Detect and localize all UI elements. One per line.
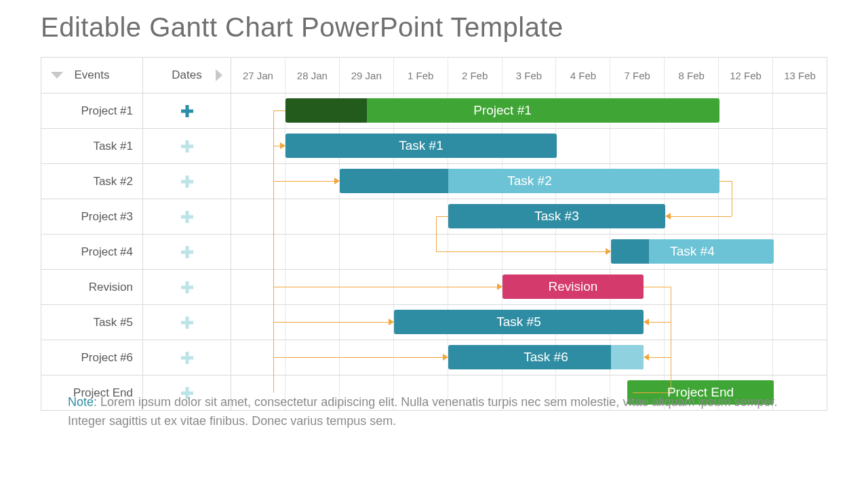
row-label: Project #1 [41,94,143,128]
task-bar[interactable]: Task #1 [285,134,557,158]
task-bar[interactable]: Revision [502,274,644,299]
row-label: Revision [41,270,143,304]
chevron-right-icon[interactable] [216,69,222,81]
row-label: Task #1 [41,129,143,163]
header-dates-label: Dates [172,68,201,82]
row-expand[interactable] [143,305,231,340]
task-bar-label: Task #4 [670,244,714,259]
task-bar-label: Task #6 [524,350,568,365]
task-bar[interactable]: Task #6 [448,345,644,369]
header-events[interactable]: Events [41,58,143,93]
date-col: 29 Jan [340,58,394,93]
task-bar-label: Task #2 [507,174,551,188]
chevron-down-icon[interactable] [51,72,63,79]
header-dates[interactable]: Dates [143,58,231,93]
date-col: 4 Feb [556,58,610,93]
note-text: Lorem ipsum dolor sit amet, consectetur … [68,395,777,428]
row-expand[interactable] [143,94,231,128]
timeline-header: 27 Jan28 Jan29 Jan1 Feb2 Feb3 Feb4 Feb7 … [231,58,827,93]
plus-icon[interactable] [181,317,193,329]
task-bar[interactable]: Task #4 [611,239,774,264]
task-bar[interactable]: Project #1 [285,98,719,123]
header-events-label: Events [75,68,110,82]
plus-icon[interactable] [181,176,193,188]
task-bar[interactable]: Task #2 [340,169,719,193]
task-bar-label: Project #1 [473,103,532,118]
date-col: 13 Feb [773,58,827,93]
date-col: 1 Feb [394,58,448,93]
date-col: 7 Feb [610,58,665,93]
plus-icon[interactable] [181,281,193,293]
date-col: 28 Jan [285,58,340,93]
gantt-row: Project #6 [41,340,827,375]
plus-icon[interactable] [181,246,193,258]
row-expand[interactable] [143,129,231,163]
gantt-header-row: Events Dates 27 Jan28 Jan29 Jan1 Feb2 Fe… [41,58,827,93]
date-col: 27 Jan [231,58,285,93]
row-expand[interactable] [143,340,231,375]
date-col: 12 Feb [719,58,773,93]
task-bar[interactable]: Task #5 [394,310,644,334]
row-expand[interactable] [143,164,231,199]
date-col: 8 Feb [665,58,719,93]
task-bar-label: Task #3 [534,209,578,224]
page-title: Editable Gantt Chart PowerPoint Template [41,12,564,43]
row-expand[interactable] [143,235,231,269]
date-col: 2 Feb [448,58,502,93]
row-label: Project #3 [41,199,143,234]
note-label: Note: [68,395,97,409]
task-bar-label: Project End [667,385,734,400]
plus-icon[interactable] [181,211,193,223]
plus-icon[interactable] [181,140,193,152]
row-expand[interactable] [143,199,231,234]
plus-icon[interactable] [181,352,193,364]
row-label: Task #2 [41,164,143,199]
task-bar-label: Revision [549,279,598,294]
row-label: Project #4 [41,235,143,269]
task-bar-label: Task #1 [399,138,443,153]
gantt-chart: Events Dates 27 Jan28 Jan29 Jan1 Feb2 Fe… [41,57,827,411]
row-expand[interactable] [143,270,231,304]
row-label: Task #5 [41,305,143,340]
date-col: 3 Feb [502,58,557,93]
gantt-row: Revision [41,269,827,304]
gantt-row: Project #3 [41,199,827,234]
row-label: Project #6 [41,340,143,375]
task-bar-label: Task #5 [496,314,540,329]
task-bar[interactable]: Task #3 [448,204,665,228]
plus-icon[interactable] [181,105,193,117]
